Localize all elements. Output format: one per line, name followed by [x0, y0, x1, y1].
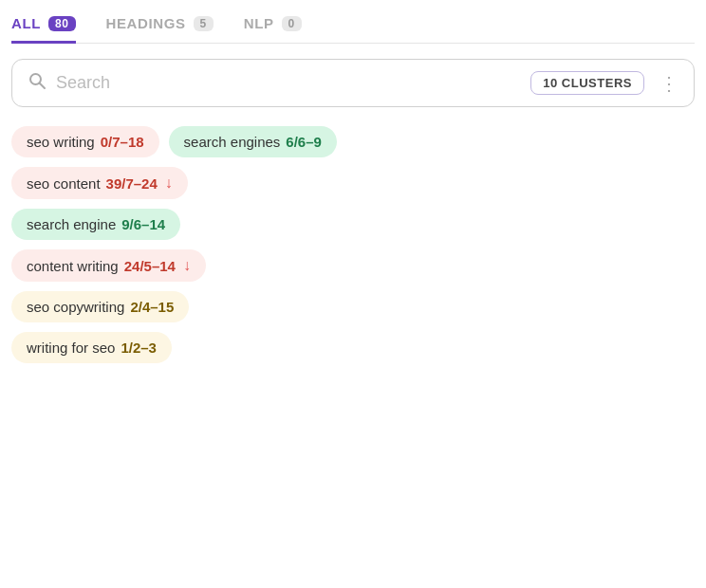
keyword-row: seo copywriting 2/4–15: [11, 291, 695, 322]
trend-down-icon: ↓: [165, 175, 173, 192]
keyword-row: seo writing 0/7–18 search engines 6/6–9: [11, 126, 695, 157]
tab-all-label: ALL: [11, 15, 41, 31]
keyword-list: seo writing 0/7–18 search engines 6/6–9 …: [11, 126, 695, 363]
tab-headings[interactable]: HEADINGS 5: [106, 15, 214, 44]
keyword-label: writing for seo: [27, 340, 115, 356]
keyword-label: search engines: [184, 134, 281, 150]
keyword-stat: 1/2–3: [121, 340, 157, 356]
clusters-badge[interactable]: 10 CLUSTERS: [530, 71, 644, 95]
keyword-stat: 6/6–9: [286, 134, 322, 150]
keyword-pill-seo-copywriting[interactable]: seo copywriting 2/4–15: [11, 291, 189, 322]
keyword-label: content writing: [27, 258, 119, 274]
search-bar: Search 10 CLUSTERS ⋮: [11, 59, 695, 107]
tab-bar: ALL 80 HEADINGS 5 NLP 0: [11, 15, 695, 44]
keyword-row: writing for seo 1/2–3: [11, 332, 695, 363]
keyword-pill-writing-for-seo[interactable]: writing for seo 1/2–3: [11, 332, 172, 363]
keyword-label: seo copywriting: [27, 299, 124, 315]
keyword-stat: 2/4–15: [130, 299, 174, 315]
tab-all[interactable]: ALL 80: [11, 15, 76, 44]
keyword-row: seo content 39/7–24 ↓: [11, 167, 695, 199]
keyword-pill-content-writing[interactable]: content writing 24/5–14 ↓: [11, 249, 206, 282]
keyword-row: search engine 9/6–14: [11, 209, 695, 240]
keyword-label: search engine: [27, 216, 116, 232]
tab-headings-label: HEADINGS: [106, 15, 186, 31]
tab-headings-badge: 5: [194, 16, 214, 31]
keyword-pill-seo-content[interactable]: seo content 39/7–24 ↓: [11, 167, 188, 199]
keyword-label: seo content: [27, 175, 101, 192]
keyword-label: seo writing: [27, 134, 95, 150]
keyword-stat: 9/6–14: [121, 216, 165, 232]
keyword-pill-seo-writing[interactable]: seo writing 0/7–18: [11, 126, 159, 157]
tab-all-badge: 80: [48, 16, 76, 31]
keyword-stat: 24/5–14: [124, 258, 176, 274]
keyword-pill-search-engines[interactable]: search engines 6/6–9: [169, 126, 337, 157]
keyword-pill-search-engine[interactable]: search engine 9/6–14: [11, 209, 180, 240]
tab-nlp[interactable]: NLP 0: [244, 15, 302, 44]
search-placeholder[interactable]: Search: [56, 73, 521, 93]
keyword-stat: 0/7–18: [101, 134, 144, 150]
trend-down-icon: ↓: [183, 257, 191, 274]
search-icon: [28, 71, 46, 95]
svg-line-1: [40, 83, 46, 89]
more-options-icon[interactable]: ⋮: [654, 72, 678, 95]
tab-nlp-label: NLP: [244, 15, 274, 31]
keyword-stat: 39/7–24: [106, 175, 158, 192]
tab-nlp-badge: 0: [282, 16, 302, 31]
keyword-row: content writing 24/5–14 ↓: [11, 249, 695, 282]
